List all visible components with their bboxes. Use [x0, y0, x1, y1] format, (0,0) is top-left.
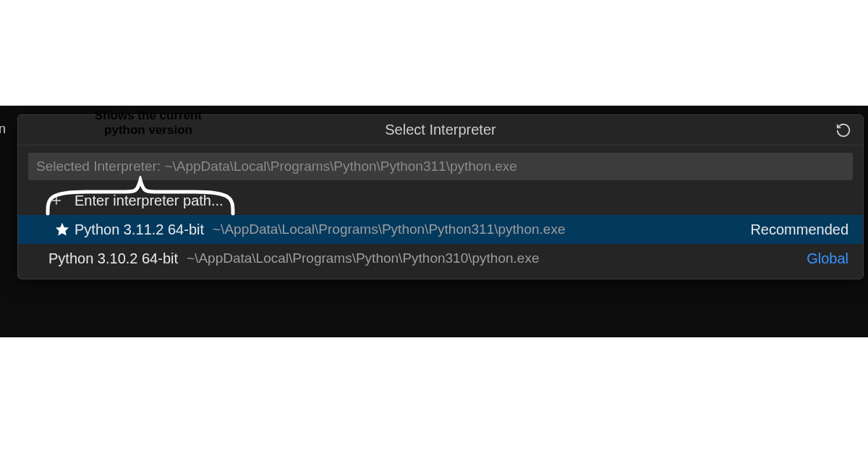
svg-marker-2 [56, 223, 69, 236]
interpreter-picker-palette: Select Interpreter Enter interpreter pat… [17, 114, 864, 279]
interpreter-search-box[interactable] [28, 153, 853, 180]
interpreter-item-py311[interactable]: Python 3.11.2 64-bit ~\AppData\Local\Pro… [18, 215, 863, 244]
refresh-button[interactable] [834, 121, 853, 140]
interpreter-item-py310[interactable]: Python 3.10.2 64-bit ~\AppData\Local\Pro… [18, 244, 863, 273]
interpreter-search-input[interactable] [36, 159, 845, 174]
item-path: ~\AppData\Local\Programs\Python\Python31… [187, 250, 539, 266]
truncated-edge-text: n [0, 122, 6, 137]
global-badge: Global [795, 250, 848, 267]
recommended-badge: Recommended [739, 221, 848, 238]
refresh-icon [835, 122, 851, 138]
plus-icon [48, 193, 64, 208]
interpreter-list: Enter interpreter path... Python 3.11.2 … [18, 186, 863, 279]
item-label: Enter interpreter path... [75, 193, 224, 209]
item-label: Python 3.10.2 64-bit [48, 250, 178, 267]
star-icon [54, 221, 70, 237]
item-label: Python 3.11.2 64-bit [75, 221, 204, 238]
enter-interpreter-path-item[interactable]: Enter interpreter path... [18, 186, 863, 215]
item-path: ~\AppData\Local\Programs\Python\Python31… [213, 221, 565, 237]
annotation-callout-text: Shows the current python version [76, 109, 221, 138]
